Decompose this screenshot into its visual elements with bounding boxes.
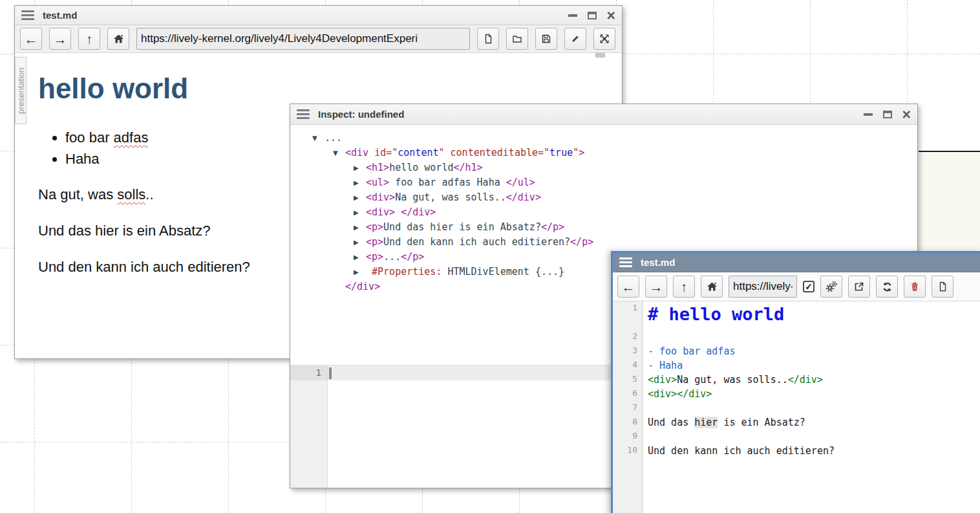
code-text[interactable]: Und den kann ich auch editieren? <box>643 444 980 458</box>
forward-button[interactable]: → <box>49 28 71 50</box>
reload-button[interactable] <box>876 276 898 298</box>
dom-tree-row[interactable]: ▶<p>Und den kann ich auch editieren?</p> <box>290 235 917 250</box>
expand-button[interactable] <box>593 28 615 50</box>
text-segment: </div> <box>345 281 380 292</box>
window-markdown-editor: test.md ← → ↑ ✓ 1# hello world23- foo ba… <box>611 251 980 513</box>
open-external-button[interactable] <box>848 276 870 298</box>
text-segment: </p> <box>541 221 564 233</box>
text-segment: # hello world <box>648 304 784 324</box>
pencil-icon <box>570 34 581 44</box>
dom-tree-row[interactable]: ▼<div id="content" contenteditable="true… <box>290 146 917 160</box>
collapse-triangle-icon[interactable]: ▼ <box>312 131 325 146</box>
text-segment: adfas <box>114 129 149 146</box>
url-input[interactable] <box>136 28 470 50</box>
back-arrow-icon: ← <box>622 280 635 294</box>
expand-triangle-icon[interactable]: ▶ <box>354 206 366 220</box>
back-button[interactable]: ← <box>617 276 639 298</box>
text-segment: ... <box>325 132 342 144</box>
text-segment: foo bar adfas Haha <box>389 177 506 188</box>
code-line[interactable]: 3- foo bar adfas <box>613 344 980 358</box>
code-text[interactable]: <div>Na gut, was solls..</div> <box>643 373 980 387</box>
window2-titlebar[interactable]: Inspect: undefined × <box>290 104 917 125</box>
settings-button[interactable] <box>820 276 842 298</box>
expand-triangle-icon[interactable]: ▶ <box>354 191 366 205</box>
text-segment: Und den kann ich auch editieren? <box>648 445 835 457</box>
code-line[interactable]: 5<div>Na gut, was solls..</div> <box>613 373 980 387</box>
save-button[interactable] <box>535 28 557 50</box>
home-button[interactable] <box>701 276 723 298</box>
code-text[interactable]: # hello world <box>643 301 980 330</box>
maximize-button[interactable] <box>883 111 892 118</box>
window2-title: Inspect: undefined <box>318 109 404 120</box>
back-arrow-icon: ← <box>25 32 38 46</box>
code-area[interactable] <box>643 458 980 513</box>
scrollbar-thumb[interactable] <box>595 53 605 58</box>
text-segment: hello world <box>389 162 453 173</box>
line-number: 7 <box>613 401 643 415</box>
forward-button[interactable]: → <box>645 276 667 298</box>
code-line[interactable]: 7 <box>613 401 980 415</box>
dom-tree-row[interactable]: ▶<div> </div> <box>290 205 917 220</box>
expand-triangle-icon[interactable]: ▶ <box>354 221 366 235</box>
code-text[interactable] <box>643 401 980 415</box>
folder-button[interactable] <box>506 28 528 50</box>
code-line[interactable]: 2 <box>613 330 980 344</box>
expand-triangle-icon[interactable]: ▶ <box>354 176 366 190</box>
code-line[interactable]: 4- Haha <box>613 358 980 373</box>
url-input[interactable] <box>729 276 797 298</box>
text-segment: > <box>579 147 584 158</box>
minimize-button[interactable] <box>568 14 577 17</box>
expand-triangle-icon[interactable]: ▶ <box>354 161 366 175</box>
edit-button[interactable] <box>564 28 586 50</box>
text-segment <box>395 206 401 218</box>
dom-tree-row[interactable]: ▶<h1>hello world</h1> <box>290 160 917 175</box>
check-icon: ✓ <box>805 281 813 292</box>
code-text[interactable] <box>643 430 980 444</box>
code-text[interactable]: Und das hier is ein Absatz? <box>643 415 980 430</box>
code-text[interactable]: <div></div> <box>643 387 980 401</box>
presentation-tab[interactable]: presentation <box>15 57 27 124</box>
auto-update-checkbox[interactable]: ✓ <box>803 281 815 292</box>
source-editor[interactable]: 1# hello world23- foo bar adfas4- Haha5<… <box>613 301 980 513</box>
menu-icon[interactable] <box>21 10 34 20</box>
code-line[interactable]: 6<div></div> <box>613 387 980 401</box>
up-arrow-icon: ↑ <box>681 280 688 294</box>
text-segment: <div> <box>366 191 395 203</box>
dom-tree-row[interactable]: ▼... <box>290 131 917 146</box>
close-button[interactable]: × <box>902 110 911 119</box>
text-segment: true <box>549 147 573 158</box>
forward-arrow-icon: → <box>54 32 67 46</box>
text-segment: Und den kann ich auch editieren? <box>383 236 570 248</box>
text-segment: </ul> <box>506 177 535 188</box>
menu-icon[interactable] <box>297 109 310 119</box>
menu-icon[interactable] <box>619 257 632 267</box>
code-text[interactable]: - Haha <box>643 358 980 373</box>
up-button[interactable]: ↑ <box>673 276 695 298</box>
code-line[interactable]: 10Und den kann ich auch editieren? <box>613 444 980 458</box>
code-line[interactable]: 8Und das hier is ein Absatz? <box>613 415 980 430</box>
code-text[interactable]: - foo bar adfas <box>643 344 980 358</box>
text-segment: " <box>439 147 445 158</box>
close-button[interactable]: × <box>607 11 615 20</box>
home-button[interactable] <box>107 28 129 50</box>
window1-titlebar[interactable]: test.md × <box>15 6 622 25</box>
back-button[interactable]: ← <box>20 28 42 50</box>
expand-triangle-icon[interactable]: ▶ <box>354 235 366 250</box>
dom-tree-row[interactable]: ▶<div>Na gut, was solls..</div> <box>290 190 917 205</box>
dom-tree-row[interactable]: ▶<ul> foo bar adfas Haha </ul> <box>290 175 917 190</box>
new-file-button[interactable] <box>477 28 499 50</box>
code-line[interactable]: 9 <box>613 430 980 444</box>
expand-triangle-icon[interactable]: ▶ <box>354 250 366 265</box>
expand-triangle-icon[interactable]: ▶ <box>354 265 366 279</box>
delete-button[interactable] <box>904 276 926 298</box>
code-line[interactable]: 1# hello world <box>613 301 980 330</box>
new-file-button[interactable] <box>932 276 953 298</box>
window3-titlebar[interactable]: test.md <box>613 253 980 272</box>
dom-tree-row[interactable]: ▶<p>Und das hier is ein Absatz?</p> <box>290 220 917 235</box>
code-text[interactable] <box>643 330 980 344</box>
minimize-button[interactable] <box>864 113 873 116</box>
collapse-triangle-icon[interactable]: ▼ <box>333 146 345 160</box>
text-segment: <ul> <box>366 177 389 188</box>
maximize-button[interactable] <box>588 12 597 19</box>
up-button[interactable]: ↑ <box>78 28 100 50</box>
